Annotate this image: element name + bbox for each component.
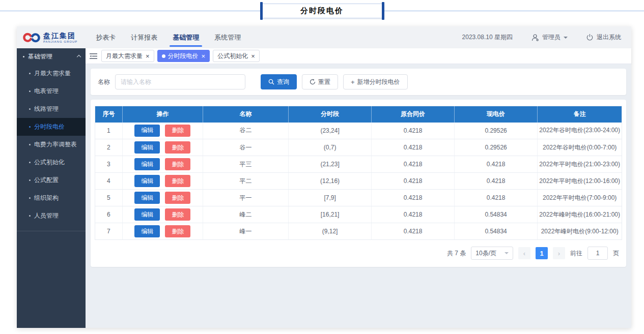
delete-button[interactable]: 删除: [165, 175, 190, 187]
table-row: 3编辑删除平三(21,23]0.42180.42182022年平时电价(21:0…: [95, 156, 622, 173]
row-name-cell: 谷一: [203, 139, 289, 156]
search-icon: [268, 79, 274, 85]
row-index-cell: 3: [95, 156, 123, 173]
tab-close-icon[interactable]: ×: [251, 53, 255, 59]
tab-close-icon[interactable]: ×: [202, 53, 206, 59]
goto-label: 前往: [570, 249, 582, 258]
goto-page-input[interactable]: [587, 247, 608, 260]
user-icon: [531, 34, 539, 42]
bullet-icon: [29, 162, 31, 163]
sidebar-item-组织架构[interactable]: 组织架构: [17, 189, 86, 207]
sidebar-item-label: 组织架构: [34, 194, 59, 202]
search-button-label: 查询: [277, 78, 289, 86]
row-actions-cell: 编辑删除: [122, 206, 203, 223]
edit-button[interactable]: 编辑: [134, 141, 160, 154]
tab-月最大需求量[interactable]: 月最大需求量×: [101, 50, 154, 62]
user-name: 管理员: [542, 33, 561, 42]
goto-page-unit: 页: [613, 249, 619, 258]
edit-button[interactable]: 编辑: [134, 125, 160, 137]
sidebar-item-label: 人员管理: [34, 211, 59, 220]
sidebar-item-电表管理[interactable]: 电表管理: [17, 82, 86, 100]
table-row: 6编辑删除峰二[16,21]0.42180.548342022年峰时电价(16:…: [95, 206, 622, 223]
delete-button[interactable]: 删除: [165, 225, 190, 237]
table-card: 序号操作名称分时段原合同价现电价备注 1编辑删除谷二(23,24]0.42180…: [91, 100, 626, 267]
row-contract-price-cell: 0.4218: [372, 206, 454, 223]
row-remark-cell: 2022年平时电价(21:00-23:00): [538, 156, 622, 173]
row-current-price-cell: 0.4218: [454, 190, 538, 206]
row-current-price-cell: 0.29526: [454, 123, 538, 139]
sidebar-item-label: 电表管理: [34, 87, 59, 96]
name-filter-label: 名称: [98, 78, 110, 86]
delete-button[interactable]: 删除: [165, 141, 190, 154]
reset-button[interactable]: 重置: [302, 74, 338, 89]
edit-button[interactable]: 编辑: [134, 158, 160, 170]
row-name-cell: 平一: [203, 190, 289, 206]
nav-item-系统管理[interactable]: 系统管理: [214, 26, 241, 48]
page-number-button[interactable]: 1: [536, 247, 548, 259]
edit-button[interactable]: 编辑: [134, 192, 160, 204]
edit-button[interactable]: 编辑: [134, 175, 160, 187]
tabs: 月最大需求量×分时段电价×公式初始化×: [101, 50, 260, 62]
sidebar: 基础管理 月最大需求量电表管理线路管理分时段电价电费力率调整表公式初始化公式配置…: [17, 48, 86, 328]
row-actions-cell: 编辑删除: [122, 139, 203, 156]
row-actions-cell: 编辑删除: [122, 123, 203, 139]
row-actions-cell: 编辑删除: [122, 223, 203, 240]
sidebar-item-月最大需求量[interactable]: 月最大需求量: [17, 65, 86, 82]
sidebar-item-公式配置[interactable]: 公式配置: [17, 171, 86, 189]
sidebar-item-人员管理[interactable]: 人员管理: [17, 207, 86, 225]
row-period-cell: [16,21]: [288, 206, 372, 223]
fold-menu-icon[interactable]: [90, 53, 97, 59]
edit-button[interactable]: 编辑: [134, 208, 160, 221]
annotation-bar-left: [260, 2, 263, 20]
tab-close-icon[interactable]: ×: [146, 53, 150, 59]
tab-label: 分时段电价: [168, 52, 199, 60]
pagination-total: 共 7 条: [447, 249, 466, 258]
page-title: 分时段电价: [300, 6, 344, 16]
row-name-cell: 平三: [203, 156, 289, 173]
row-name-cell: 峰二: [203, 206, 289, 223]
annotation-title-box: 分时段电价: [261, 4, 383, 18]
sidebar-item-分时段电价[interactable]: 分时段电价: [17, 118, 86, 136]
tab-公式初始化[interactable]: 公式初始化×: [213, 50, 260, 62]
delete-button[interactable]: 删除: [165, 125, 190, 137]
name-filter-input[interactable]: [115, 74, 245, 89]
column-header-分时段: 分时段: [288, 106, 372, 123]
sidebar-item-线路管理[interactable]: 线路管理: [17, 100, 86, 118]
edit-button[interactable]: 编辑: [134, 225, 160, 237]
main-content: 月最大需求量×分时段电价×公式初始化× 名称 查询: [86, 48, 631, 328]
search-button[interactable]: 查询: [261, 74, 297, 89]
row-index-cell: 1: [95, 123, 123, 139]
nav-item-基础管理[interactable]: 基础管理: [173, 26, 199, 48]
main-nav: 抄表卡计算报表基础管理系统管理: [96, 26, 256, 48]
sidebar-item-电费力率调整表[interactable]: 电费力率调整表: [17, 136, 86, 154]
table-row: 7编辑删除峰一(9,12]0.42180.548342022年峰时电价(9:00…: [95, 223, 622, 240]
table-header-row: 序号操作名称分时段原合同价现电价备注: [95, 106, 622, 123]
prev-page-button[interactable]: ‹: [518, 247, 530, 259]
row-remark-cell: 2022年谷时电价(23:00-24:00): [538, 123, 622, 139]
tab-分时段电价[interactable]: 分时段电价×: [157, 50, 210, 62]
row-remark-cell: 2022年谷时电价(0:00-7:00): [538, 139, 622, 156]
sidebar-item-公式初始化[interactable]: 公式初始化: [17, 154, 86, 171]
page-size-value: 10条/页: [475, 249, 496, 258]
sidebar-group-header[interactable]: 基础管理: [17, 48, 86, 65]
bullet-icon: [29, 179, 31, 181]
user-menu[interactable]: 管理员: [531, 33, 568, 42]
nav-item-抄表卡[interactable]: 抄表卡: [96, 26, 116, 48]
page-size-select[interactable]: 10条/页: [471, 247, 513, 260]
logo-company-name: 盘江集团: [43, 32, 77, 39]
row-index-cell: 2: [95, 139, 123, 156]
row-current-price-cell: 0.4218: [454, 173, 538, 190]
sidebar-item-label: 线路管理: [34, 105, 59, 113]
delete-button[interactable]: 删除: [165, 208, 190, 221]
delete-button[interactable]: 删除: [165, 192, 190, 204]
row-current-price-cell: 0.54834: [454, 223, 538, 240]
delete-button[interactable]: 删除: [165, 158, 190, 170]
nav-item-计算报表[interactable]: 计算报表: [131, 26, 157, 48]
tab-label: 月最大需求量: [106, 52, 143, 60]
logout-button[interactable]: 退出系统: [586, 33, 621, 42]
filter-card: 名称 查询: [91, 69, 626, 95]
row-contract-price-cell: 0.4218: [372, 173, 454, 190]
sidebar-item-label: 分时段电价: [34, 123, 65, 131]
add-button[interactable]: + 新增分时段电价: [343, 74, 408, 89]
next-page-button[interactable]: ›: [553, 247, 565, 259]
